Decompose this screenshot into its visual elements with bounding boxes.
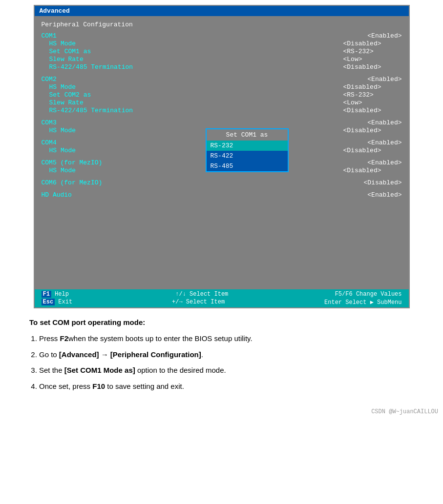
com1-slew-rate[interactable]: Slew Rate <Low> — [42, 56, 402, 63]
step2-bold: [Advanced] → [Peripheral Configuration] — [59, 350, 201, 359]
com1-group: COM1 <Enabled> HS Mode <Disabled> Set CO… — [42, 32, 402, 71]
instruction-step-1: Press F2when the system boots up to ente… — [39, 333, 414, 344]
com6-label: COM6 (for MezIO) — [42, 179, 103, 186]
com1-set-as-label: Set COM1 as — [42, 48, 91, 55]
footer-line2: Esc Exit +/→ Select Item Enter Select ▶ … — [42, 298, 402, 306]
instructions-section: To set COM port operating mode: Press F2… — [0, 308, 443, 406]
com2-hs-mode-value: <Disabled> — [343, 83, 402, 91]
com2-slew-rate-label: Slew Rate — [42, 99, 84, 106]
com6-value: <Disabled> — [363, 179, 401, 186]
com1-set-as[interactable]: Set COM1 as <RS-232> — [42, 48, 402, 55]
bios-title: Advanced — [40, 7, 70, 15]
hd-audio-group: HD Audio <Enabled> — [42, 191, 402, 199]
instruction-step-3: Set the [Set COM1 Mode as] option to the… — [39, 365, 414, 376]
instruction-step-2: Go to [Advanced] → [Peripheral Configura… — [39, 349, 414, 361]
com5-label: COM5 (for MezIO) — [42, 159, 103, 166]
popup-option-rs422[interactable]: RS-422 — [207, 151, 288, 161]
hd-audio-row[interactable]: HD Audio <Enabled> — [42, 191, 402, 199]
com2-hs-mode-label: HS Mode — [42, 83, 76, 91]
com3-hs-mode-value: <Disabled> — [343, 127, 402, 134]
com4-value: <Enabled> — [367, 139, 401, 146]
com5-value: <Enabled> — [367, 159, 401, 166]
step1-bold: F2 — [60, 334, 69, 343]
com1-label: COM1 — [42, 32, 57, 40]
footer-esc: Esc Exit — [42, 299, 73, 306]
bios-container: Advanced Peripheral Configuration COM1 <… — [34, 5, 410, 308]
com2-slew-rate-value: <Low> — [343, 99, 402, 106]
bios-title-bar: Advanced — [35, 6, 409, 16]
step3-bold: [Set COM1 Mode as] — [64, 366, 135, 374]
bios-content: Peripheral Configuration COM1 <Enabled> … — [35, 16, 409, 289]
com2-value: <Enabled> — [367, 76, 401, 83]
com4-hs-mode-label: HS Mode — [42, 147, 76, 154]
footer-arrows: ↑/↓ Select Item — [175, 291, 228, 298]
bios-footer: F1 Help ↑/↓ Select Item F5/F6 Change Val… — [35, 289, 409, 307]
com1-set-as-value: <RS-232> — [343, 48, 402, 55]
com3-row[interactable]: COM3 <Enabled> — [42, 119, 402, 126]
com1-hs-mode-value: <Disabled> — [343, 40, 402, 47]
com2-hs-mode[interactable]: HS Mode <Disabled> — [42, 83, 402, 91]
com6-group: COM6 (for MezIO) <Disabled> — [42, 179, 402, 186]
com1-hs-mode[interactable]: HS Mode <Disabled> — [42, 40, 402, 47]
instructions-heading: To set COM port operating mode: — [29, 318, 414, 326]
com1-termination-value: <Disabled> — [343, 63, 402, 71]
com2-termination-label: RS-422/485 Termination — [42, 107, 133, 114]
step4-bold: F10 — [92, 382, 105, 390]
com2-slew-rate[interactable]: Slew Rate <Low> — [42, 99, 402, 106]
com6-row[interactable]: COM6 (for MezIO) <Disabled> — [42, 179, 402, 186]
popup-menu[interactable]: Set COM1 as RS-232 RS-422 RS-485 — [206, 128, 289, 172]
com4-hs-mode-value: <Disabled> — [343, 147, 402, 154]
com1-slew-rate-label: Slew Rate — [42, 56, 84, 63]
com4-label: COM4 — [42, 139, 57, 146]
hd-audio-label: HD Audio — [42, 191, 72, 199]
instruction-step-4: Once set, press F10 to save setting and … — [39, 381, 414, 392]
popup-option-rs485[interactable]: RS-485 — [207, 161, 288, 171]
footer-enter: Enter Select ▶ SubMenu — [324, 299, 401, 306]
hd-audio-value: <Enabled> — [367, 191, 401, 199]
instructions-list: Press F2when the system boots up to ente… — [29, 333, 414, 392]
com3-label: COM3 — [42, 119, 57, 126]
com1-hs-mode-label: HS Mode — [42, 40, 76, 47]
popup-option-rs232[interactable]: RS-232 — [207, 141, 288, 151]
com3-hs-mode-label: HS Mode — [42, 127, 76, 134]
watermark: CSDN @W~juanCAILLOU — [0, 406, 443, 415]
com2-set-as-label: Set COM2 as — [42, 91, 91, 99]
com1-termination-label: RS-422/485 Termination — [42, 63, 133, 71]
com2-termination-value: <Disabled> — [343, 107, 402, 114]
popup-title: Set COM1 as — [207, 129, 288, 141]
section-title: Peripheral Configuration — [42, 21, 402, 28]
com1-value: <Enabled> — [367, 32, 401, 40]
com1-slew-rate-value: <Low> — [343, 56, 402, 63]
footer-plusarrow: +/→ Select Item — [172, 299, 225, 306]
com3-value: <Enabled> — [367, 119, 401, 126]
com1-row[interactable]: COM1 <Enabled> — [42, 32, 402, 40]
com2-set-as-value: <RS-232> — [343, 91, 402, 99]
com2-label: COM2 — [42, 76, 57, 83]
footer-f5f6: F5/F6 Change Values — [335, 291, 402, 298]
footer-line1: F1 Help ↑/↓ Select Item F5/F6 Change Val… — [42, 290, 402, 298]
footer-f1: F1 Help — [42, 291, 69, 298]
com2-row[interactable]: COM2 <Enabled> — [42, 76, 402, 83]
com1-termination[interactable]: RS-422/485 Termination <Disabled> — [42, 63, 402, 71]
com2-set-as[interactable]: Set COM2 as <RS-232> — [42, 91, 402, 99]
com2-termination[interactable]: RS-422/485 Termination <Disabled> — [42, 107, 402, 114]
com2-group: COM2 <Enabled> HS Mode <Disabled> Set CO… — [42, 76, 402, 114]
com5-hs-mode-value: <Disabled> — [343, 167, 402, 174]
com5-hs-mode-label: HS Mode — [42, 167, 76, 174]
